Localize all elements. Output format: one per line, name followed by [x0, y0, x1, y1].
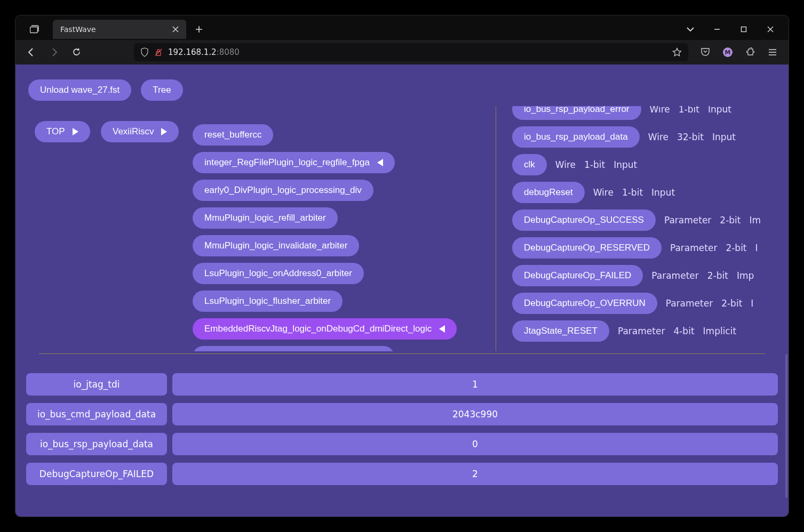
tab-overview-icon[interactable]	[21, 20, 49, 39]
signal-name-pill[interactable]: clk	[512, 154, 547, 175]
module-item[interactable]: MmuPlugin_logic_refill_arbiter	[193, 207, 338, 229]
chevron-right-icon	[161, 128, 167, 135]
new-tab-button[interactable]	[190, 21, 208, 38]
wave-row: DebugCaptureOp_FAILED2	[26, 463, 778, 485]
signal-width: 1-bit	[622, 187, 643, 198]
module-item[interactable]: integer_RegFilePlugin_logic_regfile_fpga	[193, 152, 395, 173]
tab-bar: FastWave	[15, 15, 789, 40]
wave-name[interactable]: io_bus_rsp_payload_data	[26, 433, 167, 455]
signal-row: DebugCaptureOp_FAILEDParameter2-bitImp	[512, 265, 754, 286]
unload-button[interactable]: Unload wave_27.fst	[28, 79, 131, 101]
svg-rect-0	[30, 27, 38, 33]
module-item[interactable]: LsuPlugin_logic_flusher_arbiter	[193, 291, 343, 312]
pocket-icon[interactable]	[696, 43, 715, 62]
signal-dir: Input	[614, 159, 637, 170]
signal-width: 32-bit	[677, 132, 704, 142]
breadcrumb-vex-label: VexiiRiscv	[113, 126, 154, 137]
signal-kind: Parameter	[618, 326, 665, 336]
wave-row: io_bus_rsp_payload_data0	[26, 433, 778, 455]
breadcrumb-vexiiriscv[interactable]: VexiiRiscv	[101, 121, 179, 142]
close-window-button[interactable]	[758, 20, 783, 39]
signal-kind: Parameter	[670, 243, 717, 253]
wave-value[interactable]: 2043c990	[172, 403, 778, 425]
wave-value[interactable]: 1	[172, 373, 778, 396]
signal-dir: I	[755, 243, 758, 253]
tree-button[interactable]: Tree	[141, 79, 182, 101]
tab-list-dropdown-icon[interactable]	[686, 27, 695, 32]
module-item[interactable]: EmbeddedRiscvJtag_logic_onDebugCd_dmiDir…	[193, 318, 457, 340]
app-content: Unload wave_27.fst Tree TOP VexiiRiscv r…	[15, 65, 789, 517]
signal-name-pill[interactable]: debugReset	[512, 182, 585, 203]
signal-kind: Parameter	[664, 215, 711, 225]
wave-name[interactable]: DebugCaptureOp_FAILED	[26, 463, 167, 485]
browser-window: FastWave 192.168.1.2:8080	[15, 15, 789, 517]
signal-name-pill[interactable]: DebugCaptureOp_OVERRUN	[512, 293, 657, 314]
scrollbar[interactable]	[785, 354, 787, 498]
wave-name[interactable]: io_jtag_tdi	[26, 373, 167, 396]
chevron-left-icon	[377, 159, 383, 166]
signal-dir: Input	[651, 187, 675, 198]
wave-name[interactable]: io_bus_cmd_payload_data	[26, 403, 167, 425]
signal-kind: Wire	[650, 106, 670, 115]
signal-row: io_bus_rsp_payload_dataWire32-bitInput	[512, 126, 736, 148]
module-item[interactable]: LsuPlugin_logic_onAddress0_arbiter	[193, 263, 364, 284]
app-menu-icon[interactable]	[763, 43, 782, 62]
wave-value[interactable]: 2	[172, 463, 778, 485]
signals-list: io_bus_rsp_payload_errorWire1-bitInputio…	[496, 106, 761, 351]
signal-dir: Im	[750, 215, 761, 225]
module-item[interactable]: MmuPlugin_logic_invalidate_arbiter	[193, 235, 359, 256]
bookmark-star-icon[interactable]	[672, 47, 682, 57]
forward-button[interactable]	[44, 43, 63, 62]
module-item[interactable]: reset_buffercc	[193, 124, 273, 146]
minimize-button[interactable]	[704, 20, 730, 39]
signal-dir: Imp	[737, 270, 754, 281]
reload-button[interactable]	[67, 43, 86, 62]
back-button[interactable]	[22, 43, 41, 62]
module-item[interactable]: EmbeddedRiscvJtag_logic_onDebugCd_dm	[193, 346, 394, 351]
breadcrumb-top[interactable]: TOP	[35, 121, 90, 142]
signal-row: DebugCaptureOp_SUCCESSParameter2-bitIm	[512, 209, 761, 231]
signal-width: 1-bit	[584, 159, 605, 170]
svg-rect-1	[742, 27, 746, 32]
wave-value[interactable]: 0	[172, 433, 778, 455]
waveform-panel: io_jtag_tdi1io_bus_cmd_payload_data2043c…	[15, 354, 789, 498]
insecure-lock-icon[interactable]	[154, 48, 163, 57]
signal-kind: Wire	[555, 159, 576, 170]
signal-row: DebugCaptureOp_RESERVEDParameter2-bitI	[512, 237, 758, 259]
module-label: LsuPlugin_logic_onAddress0_arbiter	[204, 268, 352, 279]
chevron-left-icon	[439, 325, 445, 333]
signal-dir: Input	[712, 132, 736, 142]
browser-tab[interactable]: FastWave	[53, 20, 186, 39]
signal-name-pill[interactable]: io_bus_rsp_payload_data	[512, 126, 640, 148]
window-controls	[704, 20, 783, 39]
extensions-icon[interactable]	[741, 43, 760, 62]
module-label: MmuPlugin_logic_refill_arbiter	[204, 213, 326, 223]
signal-name-pill[interactable]: JtagState_RESET	[512, 320, 609, 342]
maximize-button[interactable]	[731, 20, 757, 39]
tree-columns: TOP VexiiRiscv reset_bufferccinteger_Reg…	[15, 106, 789, 351]
wave-row: io_jtag_tdi1	[26, 373, 778, 396]
breadcrumb-top-label: TOP	[46, 126, 65, 137]
close-icon[interactable]	[172, 26, 179, 33]
url-field[interactable]: 192.168.1.2:8080	[134, 43, 688, 61]
svg-text:M: M	[725, 49, 731, 56]
signal-name-pill[interactable]: io_bus_rsp_payload_error	[512, 106, 641, 120]
signal-row: debugResetWire1-bitInput	[512, 182, 675, 203]
url-bar: 192.168.1.2:8080 M	[15, 40, 789, 65]
shield-icon[interactable]	[140, 47, 149, 57]
signal-name-pill[interactable]: DebugCaptureOp_SUCCESS	[512, 209, 656, 231]
signal-width: 2-bit	[726, 243, 746, 253]
signal-width: 4-bit	[673, 326, 694, 336]
url-text: 192.168.1.2:8080	[168, 47, 240, 57]
module-item[interactable]: early0_DivPlugin_logic_processing_div	[193, 180, 373, 201]
signal-name-pill[interactable]: DebugCaptureOp_FAILED	[512, 265, 643, 286]
tab-title: FastWave	[60, 25, 167, 34]
signal-dir: I	[751, 298, 753, 309]
account-icon[interactable]: M	[718, 43, 737, 62]
module-label: EmbeddedRiscvJtag_logic_onDebugCd_dmiDir…	[204, 324, 432, 334]
signal-name-pill[interactable]: DebugCaptureOp_RESERVED	[512, 237, 662, 259]
signal-row: clkWire1-bitInput	[512, 154, 637, 175]
module-label: LsuPlugin_logic_flusher_arbiter	[204, 296, 331, 307]
signal-row: DebugCaptureOp_OVERRUNParameter2-bitI	[512, 293, 753, 314]
signal-kind: Wire	[648, 132, 668, 142]
